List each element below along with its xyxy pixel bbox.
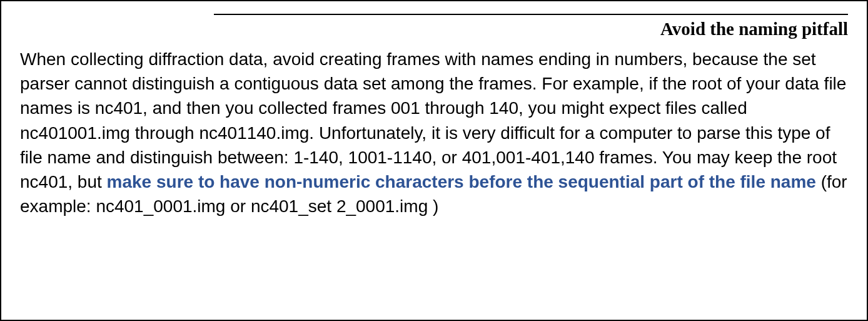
body-text-part1: When collecting diffraction data, avoid … <box>20 49 846 191</box>
document-callout-box: Avoid the naming pitfall When collecting… <box>0 0 868 321</box>
title-rule <box>214 14 848 15</box>
callout-body: When collecting diffraction data, avoid … <box>20 47 848 218</box>
body-emphasis: make sure to have non-numeric characters… <box>107 172 816 191</box>
callout-title: Avoid the naming pitfall <box>20 19 848 39</box>
